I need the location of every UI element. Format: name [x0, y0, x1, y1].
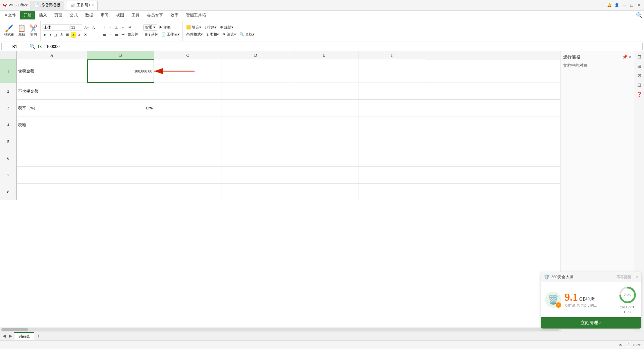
- cell-e1[interactable]: [290, 59, 359, 83]
- fill-color-button[interactable]: A: [71, 32, 76, 38]
- tab-vip[interactable]: 会员专享: [144, 11, 166, 19]
- col-header-e[interactable]: E: [290, 51, 359, 59]
- cell-c5[interactable]: [154, 133, 221, 150]
- cell-b5[interactable]: [87, 133, 154, 150]
- align-middle-button[interactable]: ≡: [108, 24, 113, 31]
- col-header-f[interactable]: F: [359, 51, 426, 59]
- cell-f5[interactable]: [359, 133, 426, 150]
- cell-e8[interactable]: [290, 184, 359, 200]
- text-direction-button[interactable]: ↔: [120, 24, 126, 31]
- conditional-format-button[interactable]: 条件格式▾: [185, 32, 204, 38]
- bold-button[interactable]: B: [43, 32, 48, 38]
- cell-d5[interactable]: [221, 133, 290, 150]
- cell-f8[interactable]: [359, 184, 426, 200]
- tab-insert[interactable]: 插入: [36, 11, 50, 19]
- tab-formula[interactable]: 公式: [66, 11, 81, 19]
- cell-e3[interactable]: [290, 100, 359, 116]
- row-header-7[interactable]: 7: [0, 167, 17, 184]
- cell-c4[interactable]: [154, 116, 221, 133]
- border-button[interactable]: ⊞: [65, 32, 70, 38]
- tab-view[interactable]: 视图: [113, 11, 127, 19]
- cell-f3[interactable]: [359, 100, 426, 116]
- minimize-button[interactable]: ─: [622, 3, 627, 8]
- freeze-button[interactable]: ❄ 冻结▾: [219, 24, 235, 31]
- indent-button[interactable]: ⇥: [120, 32, 126, 38]
- cell-a3[interactable]: 税率（%）: [17, 100, 87, 116]
- cell-c6[interactable]: [154, 150, 221, 167]
- strikethrough-button[interactable]: S̶: [59, 32, 64, 38]
- align-bottom-button[interactable]: ⊥: [113, 24, 119, 31]
- cell-d8[interactable]: [221, 184, 290, 200]
- align-top-button[interactable]: ⊤: [101, 24, 107, 31]
- notification-icon[interactable]: 🔔: [607, 3, 612, 7]
- row-header-5[interactable]: 5: [0, 133, 17, 150]
- sheet-nav-next[interactable]: ▶: [8, 334, 13, 339]
- row-header-8[interactable]: 8: [0, 184, 17, 200]
- cell-e6[interactable]: [290, 150, 359, 167]
- cell-e7[interactable]: [290, 167, 359, 184]
- cell-d6[interactable]: [221, 150, 290, 167]
- cell-a1[interactable]: 含税金额: [17, 59, 87, 83]
- row-header-1[interactable]: 1: [0, 59, 17, 83]
- popup-close-button[interactable]: ×: [636, 275, 638, 280]
- find-button[interactable]: 🔍 查找▾: [238, 32, 256, 38]
- cell-b1[interactable]: 100,000.00: [87, 59, 154, 83]
- cell-e4[interactable]: [290, 116, 359, 133]
- currency-button[interactable]: 货币 ▾: [143, 24, 157, 31]
- cell-c1[interactable]: [154, 59, 221, 83]
- cell-f7[interactable]: [359, 167, 426, 184]
- cell-d2[interactable]: [221, 83, 290, 100]
- template-tab[interactable]: 📄 找模壳模板: [31, 1, 64, 10]
- tab-efficiency[interactable]: 效率: [167, 11, 182, 19]
- panel-close-button[interactable]: ×: [629, 54, 631, 60]
- font-color-button[interactable]: A: [76, 32, 82, 38]
- cell-a5[interactable]: [17, 133, 87, 150]
- cell-b2[interactable]: [87, 83, 154, 100]
- cell-c7[interactable]: [154, 167, 221, 184]
- col-header-d[interactable]: D: [221, 51, 290, 59]
- new-tab-button[interactable]: +: [100, 3, 108, 8]
- sort-button[interactable]: ↕ 排序▾: [203, 24, 218, 31]
- cell-b4[interactable]: [87, 116, 154, 133]
- cell-c8[interactable]: [154, 184, 221, 200]
- filter-button[interactable]: ▼ 筛选▾: [221, 32, 238, 38]
- sum-button[interactable]: Σ 求和▾: [205, 32, 220, 38]
- font-decrease-button[interactable]: A-: [91, 24, 98, 31]
- tab-review[interactable]: 审阅: [97, 11, 112, 19]
- fill-button[interactable]: 🟨 填充▾: [185, 24, 203, 31]
- sheet-nav-prev[interactable]: ◀: [1, 334, 7, 339]
- workbook-tab-close[interactable]: ×: [92, 3, 94, 7]
- cell-b8[interactable]: [87, 184, 154, 200]
- cell-e5[interactable]: [290, 133, 359, 150]
- horizontal-scrollbar[interactable]: [0, 327, 560, 332]
- sheet-tab-sheet1[interactable]: Sheet1: [14, 332, 34, 340]
- cell-a2[interactable]: 不含税金额: [17, 83, 87, 100]
- font-size-selector[interactable]: [70, 24, 82, 31]
- font-name-selector[interactable]: [43, 24, 69, 31]
- cell-c3[interactable]: [154, 100, 221, 116]
- formula-content-input[interactable]: [45, 43, 643, 50]
- cell-d4[interactable]: [221, 116, 290, 133]
- convert-button[interactable]: ▶ 转换: [158, 24, 172, 31]
- cell-b7[interactable]: [87, 167, 154, 184]
- cell-c2[interactable]: [154, 83, 221, 100]
- tab-data[interactable]: 数据: [82, 11, 97, 19]
- tab-page[interactable]: 页面: [51, 11, 66, 19]
- sidebar-icon-3[interactable]: ⊠: [635, 71, 643, 80]
- row-header-6[interactable]: 6: [0, 150, 17, 167]
- align-right-button[interactable]: ☰: [113, 32, 119, 38]
- col-header-a[interactable]: A: [17, 51, 87, 59]
- cell-d1[interactable]: [221, 59, 290, 83]
- cell-d7[interactable]: [221, 167, 290, 184]
- add-sheet-button[interactable]: +: [35, 334, 42, 339]
- view-page-icon[interactable]: 📄: [625, 343, 630, 347]
- row-col-button[interactable]: ⊟ 行列▾: [143, 32, 159, 38]
- align-left-button[interactable]: ☰: [101, 32, 107, 38]
- wrap-text-button[interactable]: ↵: [127, 24, 133, 31]
- cell-f2[interactable]: [359, 83, 426, 100]
- merge-button[interactable]: ⊡合并: [126, 32, 140, 38]
- cell-f1[interactable]: [359, 59, 426, 83]
- cut-button[interactable]: ✂️ 剪切: [28, 21, 39, 40]
- tab-start[interactable]: 开始: [20, 11, 35, 19]
- font-increase-button[interactable]: A+: [83, 24, 90, 31]
